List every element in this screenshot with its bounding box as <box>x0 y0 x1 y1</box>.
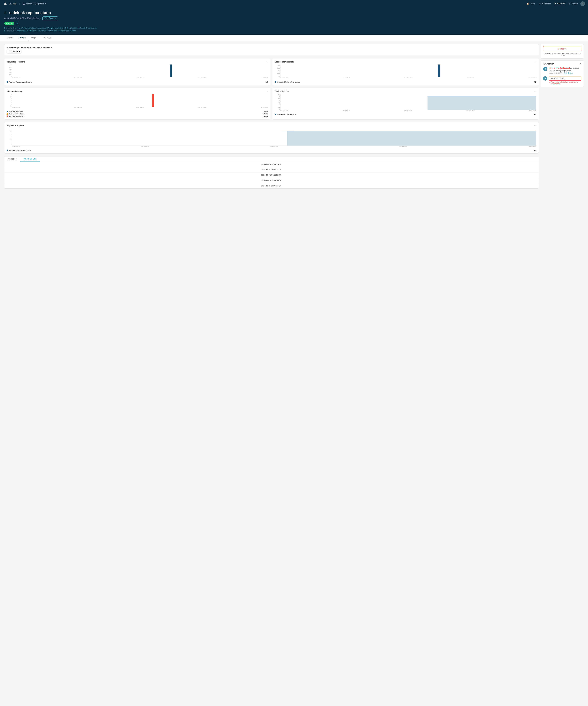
filter-edges-button[interactable]: Filter Edges ▾ <box>42 16 58 20</box>
nav-pipelines[interactable]: ⊞ Pipelines <box>555 2 565 5</box>
nav-workloads[interactable]: ⚙ Workloads <box>539 3 551 5</box>
commenter-avatar: J <box>543 76 547 81</box>
rps-legend-dot <box>7 81 8 83</box>
external-url-row: ℹ External URL: https://autoscale-uat-gc… <box>4 27 584 30</box>
cluster-inference-rate-card: Cluster inference rate ··· 0.2 0.15 0.1 … <box>272 58 538 85</box>
il-p95-legend-left: Average p95 latency <box>7 113 24 115</box>
rps-legend-value: 0.0 <box>265 81 268 83</box>
ear-more-button[interactable]: ··· <box>534 124 536 127</box>
audit-section: Audit Log Anomaly Log 2024-11-26 14:05:1… <box>4 156 538 189</box>
svg-rect-2 <box>23 4 24 5</box>
top-navigation: UAT EE | replica-scaling-static ▾ 🏠 Home… <box>0 0 588 7</box>
pipeline-nav-chevron: ▾ <box>45 3 46 5</box>
left-column: Viewing Pipeline Data for sidekick-repli… <box>4 44 538 189</box>
main-content: Viewing Pipeline Data for sidekick-repli… <box>0 41 588 192</box>
cir-chart: 0.2 0.15 0.1 0.05 0 Nov 25 20:00:00 Nov … <box>275 65 536 80</box>
svg-rect-9 <box>427 96 536 110</box>
er-chart-svg <box>281 94 536 110</box>
workloads-icon: ⚙ <box>539 3 541 5</box>
audit-row: 2024-11-26 14:05:26-07: <box>4 172 538 178</box>
pipelines-icon: ⊞ <box>555 2 556 5</box>
active-indicator-icon: ✓ <box>6 23 7 24</box>
page-header: ⊞ sidekick-replica-static ⊞ c6145a35-c70… <box>0 7 588 35</box>
ear-chart-svg <box>12 128 536 146</box>
pipeline-nav-icon <box>23 3 25 5</box>
ear-legend-left: Average EngineAux Replicas <box>7 149 31 151</box>
cir-x-axis: Nov 25 20:00:00 Nov 26 4:20:00 Nov 26 12… <box>280 77 536 80</box>
il-chart-area <box>12 94 268 107</box>
il-more-button[interactable]: ··· <box>266 90 268 93</box>
cir-legend-dot <box>275 81 277 83</box>
activity-username: john.hummel@wallaroo.ai <box>549 67 570 69</box>
inference-latency-card: Inference Latency ··· 12 10 8 6 4 2 0 <box>4 88 270 119</box>
nav-models[interactable]: ◈ Models <box>569 3 578 5</box>
il-y-axis: 12 10 8 6 4 2 0 <box>7 94 12 107</box>
comment-input[interactable] <box>549 76 581 81</box>
rps-more-button[interactable]: ··· <box>266 61 268 63</box>
il-p95-value: 2.4 ms <box>263 113 268 115</box>
il-chart: 12 10 8 6 4 2 0 Nov 25 20:00:00 <box>7 94 268 109</box>
svg-rect-11 <box>287 131 536 146</box>
audit-log-tab[interactable]: Audit Log <box>4 156 20 162</box>
il-p50-legend-left: Average p50 latency <box>7 115 24 117</box>
date-range-button[interactable]: Last 2 days ▾ <box>7 50 22 53</box>
activity-collapse-icon[interactable]: ∧ <box>580 63 581 65</box>
activity-delete-link[interactable]: Delete <box>568 72 573 74</box>
internal-url-link[interactable]: http://engine-lb.sidekick-replica-static… <box>17 30 76 32</box>
activity-title: 💬 Activity <box>543 63 554 65</box>
engine-replicas-card: Engine Replicas ··· 3.5 3 2.5 2 1.5 1 0.… <box>272 88 538 119</box>
ear-chart-area <box>12 128 536 146</box>
rps-chart-svg <box>12 65 268 77</box>
metrics-grid: Requests per second ··· 0.1 0.08 0.06 0.… <box>4 58 538 119</box>
header-id-row: ⊞ c6145a35-c70d-4a02-be52-4b3ff895b81e F… <box>4 16 584 20</box>
il-p50-dot <box>7 116 8 117</box>
current-pipeline-nav[interactable]: replica-scaling-static ▾ <box>23 3 46 5</box>
comment-input-wrap: ⚠ Please enter at least three characters… <box>549 76 581 85</box>
il-p50-value: 2.4 ms <box>263 115 268 117</box>
undeploy-button[interactable]: Undeploy <box>543 46 581 51</box>
date-range-chevron-icon: ▾ <box>19 50 20 53</box>
cir-chart-svg <box>281 65 536 77</box>
activity-comment-text: Prepped for edge deployment. <box>549 70 572 72</box>
anomaly-log-tab[interactable]: Anomaly Log <box>20 156 40 162</box>
cir-card-header: Cluster inference rate ··· <box>275 61 536 63</box>
rps-chart-area <box>12 65 268 77</box>
il-title: Inference Latency <box>7 90 22 92</box>
user-avatar[interactable]: M <box>580 1 585 6</box>
activity-item: J john.hummel@wallaroo.ai commented: Pre… <box>543 67 581 74</box>
cir-chart-area <box>280 65 536 77</box>
audit-row: 2024-11-26 14:05:33-07: <box>4 183 538 189</box>
tab-analytics[interactable]: Analytics <box>41 35 54 41</box>
cir-more-button[interactable]: ··· <box>534 61 536 63</box>
right-column: Undeploy This will only undeploy pipelin… <box>541 44 584 87</box>
il-p95-dot <box>7 113 8 115</box>
rps-y-axis: 0.1 0.08 0.06 0.04 0.02 0 <box>7 65 12 77</box>
internal-url-info-icon: ℹ <box>4 30 5 32</box>
er-title: Engine Replicas <box>275 90 289 92</box>
tab-details[interactable]: Details <box>4 35 16 41</box>
er-more-button[interactable]: ··· <box>534 90 536 93</box>
activity-card: 💬 Activity ∧ J john.hummel@wallaroo.ai c… <box>541 61 584 87</box>
il-p99-value: 2.4 ms <box>263 111 268 112</box>
svg-rect-3 <box>24 4 25 5</box>
main-nav-links: 🏠 Home ⚙ Workloads ⊞ Pipelines ◈ Models <box>527 2 578 5</box>
activity-edit-link[interactable]: Edit <box>564 72 567 74</box>
rps-legend-left: Average Requests per Second <box>7 81 32 83</box>
nav-home[interactable]: 🏠 Home <box>527 3 535 5</box>
id-copy-icon: ⊞ <box>4 17 6 19</box>
ear-legend-dot <box>7 150 8 151</box>
er-chart: 3.5 3 2.5 2 1.5 1 0.5 0 <box>275 94 536 112</box>
il-p99-legend-left: Average p99 latency <box>7 111 24 112</box>
er-legend-left: Average Engine Replicas <box>275 114 296 115</box>
status-badge: ✓ Active <box>4 22 14 25</box>
pipeline-id-display: ⊞ c6145a35-c70d-4a02-be52-4b3ff895b81e <box>4 17 41 19</box>
external-url-link[interactable]: https://autoscale-uat-gcp.wallaroo.dev/v… <box>17 27 97 29</box>
ear-x-axis: Nov 25 20:00:00 Nov 26 4:20:00 Nov 26 12… <box>12 146 536 148</box>
tab-metrics[interactable]: Metrics <box>16 35 29 41</box>
cir-title: Cluster inference rate <box>275 61 294 63</box>
add-action-button[interactable]: + <box>15 22 19 25</box>
audit-row: 2024-11-26 14:05:13-07: <box>4 167 538 172</box>
undeploy-note: This will only undeploy pipeline version… <box>543 52 581 56</box>
tab-insights[interactable]: Insights <box>28 35 41 41</box>
app-name: UAT EE <box>9 2 16 5</box>
